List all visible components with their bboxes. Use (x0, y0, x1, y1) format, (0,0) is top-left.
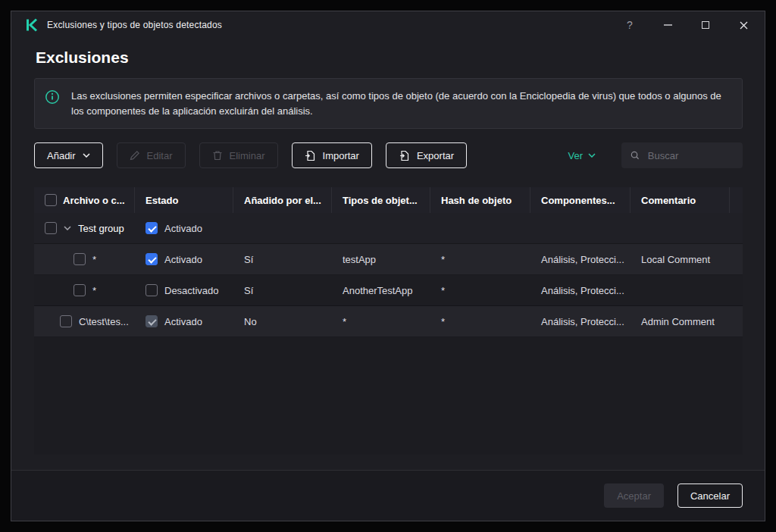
export-button-label: Exportar (417, 150, 454, 161)
table-row[interactable]: * Activado Sí testApp * Análisis, Protec… (34, 244, 743, 275)
cell-status: Activado (135, 306, 233, 336)
exclusions-table: Archivo o c... Estado Añadido por el... … (34, 187, 743, 455)
cell-file: * (34, 244, 135, 274)
window-title: Exclusiones y tipos de objetos detectado… (47, 20, 222, 30)
cell-comment: Admin Comment (630, 306, 730, 336)
chevron-down-icon[interactable] (64, 226, 71, 230)
kaspersky-logo-icon (25, 18, 39, 32)
row-checkbox[interactable] (74, 284, 86, 296)
info-banner: Las exclusiones permiten especificar arc… (34, 78, 743, 129)
cell-comment (630, 275, 730, 305)
table-row[interactable]: C\test\tes... Activado No * * Análisis, … (34, 306, 743, 337)
titlebar: Exclusiones y tipos de objetos detectado… (11, 11, 765, 39)
table-row[interactable]: * Desactivado Sí AnotherTestApp * Anális… (34, 275, 743, 306)
edit-button-label: Editar (147, 150, 173, 161)
add-button-label: Añadir (47, 150, 76, 161)
add-button[interactable]: Añadir (34, 142, 103, 168)
cell-components: Análisis, Protecci... (530, 275, 630, 305)
status-checkbox[interactable] (146, 284, 158, 296)
help-button[interactable]: ? (622, 17, 637, 33)
cell-added-by: Sí (233, 244, 332, 274)
import-button-label: Importar (323, 150, 359, 161)
minimize-button[interactable] (660, 17, 675, 33)
page-title: Exclusiones (36, 49, 743, 67)
cell-file: * (34, 275, 135, 305)
cell-status: Desactivado (135, 275, 233, 305)
import-button[interactable]: Importar (292, 142, 372, 168)
cell-hash: * (430, 306, 530, 336)
status-checkbox[interactable] (146, 253, 158, 265)
header-scroll-gutter (730, 187, 743, 213)
cell-object-types: * (332, 306, 430, 336)
info-icon (45, 89, 60, 108)
chevron-down-icon (588, 153, 596, 158)
close-button[interactable] (736, 17, 751, 33)
toolbar: Añadir Editar Eliminar Importar E (34, 142, 743, 168)
header-file[interactable]: Archivo o c... (34, 187, 135, 213)
cell-comment: Local Comment (630, 244, 730, 274)
table-group-row[interactable]: Test group Activado (34, 213, 743, 244)
group-status-label: Activado (164, 223, 202, 234)
app-window: Exclusiones y tipos de objetos detectado… (11, 11, 765, 521)
group-cell: Test group (34, 213, 135, 243)
cell-hash: * (430, 244, 530, 274)
chevron-down-icon (83, 153, 90, 158)
row-checkbox[interactable] (74, 253, 86, 265)
info-text: Las exclusiones permiten especificar arc… (71, 89, 730, 118)
group-status-cell: Activado (135, 213, 233, 243)
cell-file: C\test\tes... (34, 306, 135, 336)
group-status-checkbox[interactable] (146, 222, 158, 234)
footer-bar: Aceptar Cancelar (11, 470, 765, 521)
table-header: Archivo o c... Estado Añadido por el... … (34, 187, 743, 213)
import-icon (305, 150, 316, 161)
header-hash[interactable]: Hash de objeto (430, 187, 530, 213)
table-empty-area (34, 337, 743, 455)
status-checkbox[interactable] (146, 315, 158, 327)
search-box[interactable] (621, 142, 743, 168)
trash-icon (212, 150, 223, 161)
maximize-icon (702, 21, 709, 29)
pencil-icon (130, 150, 140, 161)
content-area: Exclusiones Las exclusiones permiten esp… (11, 39, 765, 470)
window-controls: ? (622, 17, 751, 33)
edit-button[interactable]: Editar (117, 142, 186, 168)
row-checkbox[interactable] (60, 315, 72, 327)
maximize-button[interactable] (698, 17, 713, 33)
cell-added-by: No (233, 306, 332, 336)
screen: Exclusiones y tipos de objetos detectado… (0, 0, 776, 532)
header-status[interactable]: Estado (135, 187, 233, 213)
export-button[interactable]: Exportar (386, 142, 467, 168)
cell-components: Análisis, Protecci... (530, 244, 630, 274)
view-dropdown[interactable]: Ver (568, 150, 596, 161)
header-comment[interactable]: Comentario (630, 187, 730, 213)
cell-object-types: testApp (332, 244, 430, 274)
cell-object-types: AnotherTestApp (332, 275, 430, 305)
group-name: Test group (78, 223, 124, 234)
header-added-by[interactable]: Añadido por el... (233, 187, 332, 213)
delete-button-label: Eliminar (230, 150, 265, 161)
view-dropdown-label: Ver (568, 150, 583, 161)
cancel-button[interactable]: Cancelar (677, 483, 743, 508)
group-checkbox[interactable] (45, 222, 57, 234)
header-object-types[interactable]: Tipos de objet... (332, 187, 430, 213)
cell-status: Activado (135, 244, 233, 274)
select-all-checkbox[interactable] (45, 194, 57, 206)
delete-button[interactable]: Eliminar (199, 142, 278, 168)
search-input[interactable] (646, 149, 734, 162)
search-icon (630, 150, 640, 161)
export-icon (399, 150, 410, 161)
cell-hash: * (430, 275, 530, 305)
cell-components: Análisis, Protecci... (530, 306, 630, 336)
cell-added-by: Sí (233, 275, 332, 305)
close-icon (740, 21, 748, 30)
accept-button[interactable]: Aceptar (604, 483, 664, 508)
header-file-label: Archivo o c... (63, 195, 125, 206)
header-components[interactable]: Componentes... (530, 187, 630, 213)
